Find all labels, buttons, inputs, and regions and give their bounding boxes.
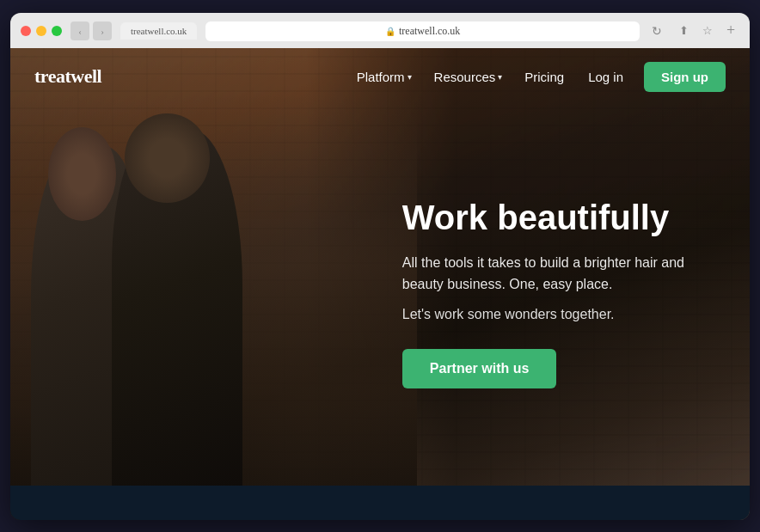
browser-tab-area: treatwell.co.uk	[120, 22, 197, 40]
new-tab-button[interactable]: +	[722, 21, 739, 39]
nav-platform-label: Platform	[357, 70, 405, 84]
share-button[interactable]: ⬆	[674, 21, 693, 40]
lock-icon: 🔒	[385, 27, 395, 36]
browser-chrome: ‹ › treatwell.co.uk 🔒 treatwell.co.uk ↻ …	[10, 13, 750, 48]
hero-subtitle: All the tools it takes to build a bright…	[402, 253, 713, 296]
resources-chevron-icon: ▾	[498, 72, 502, 82]
nav-platform[interactable]: Platform ▾	[348, 64, 420, 89]
signup-button[interactable]: Sign up	[644, 62, 726, 92]
url-text: treatwell.co.uk	[399, 25, 460, 38]
browser-actions: ⬆ ☆ +	[674, 21, 739, 40]
nav-resources[interactable]: Resources ▾	[426, 64, 512, 89]
forward-button[interactable]: ›	[93, 21, 112, 40]
nav-links: Platform ▾ Resources ▾ Pricing Log in Si…	[348, 62, 726, 92]
main-nav: treatwell Platform ▾ Resources ▾ Pricing…	[10, 48, 750, 106]
signup-label: Sign up	[661, 70, 708, 84]
partner-cta-button[interactable]: Partner with us	[402, 349, 557, 388]
tab-label: treatwell.co.uk	[131, 26, 187, 36]
address-bar[interactable]: 🔒 treatwell.co.uk	[205, 21, 640, 41]
logo[interactable]: treatwell	[34, 65, 101, 88]
refresh-button[interactable]: ↻	[648, 22, 665, 40]
browser-tab[interactable]: treatwell.co.uk	[120, 22, 197, 40]
bottom-bar	[10, 486, 750, 520]
traffic-lights	[21, 26, 62, 36]
platform-chevron-icon: ▾	[408, 72, 412, 82]
back-button[interactable]: ‹	[70, 21, 89, 40]
person-right-figure	[112, 129, 242, 520]
hero-tagline: Let's work some wonders together.	[402, 304, 713, 326]
bookmark-button[interactable]: ☆	[698, 21, 717, 40]
nav-pricing[interactable]: Pricing	[516, 64, 573, 89]
fullscreen-button[interactable]	[52, 26, 62, 36]
login-label: Log in	[588, 70, 623, 84]
hero-title: Work beautifully	[402, 198, 713, 237]
hero-people	[10, 95, 417, 519]
minimize-button[interactable]	[36, 26, 46, 36]
nav-arrows: ‹ ›	[70, 21, 112, 40]
website-content: treatwell Platform ▾ Resources ▾ Pricing…	[10, 48, 750, 520]
nav-resources-label: Resources	[434, 70, 496, 84]
browser-window: ‹ › treatwell.co.uk 🔒 treatwell.co.uk ↻ …	[10, 13, 750, 520]
hero-content: Work beautifully All the tools it takes …	[402, 198, 713, 388]
login-button[interactable]: Log in	[578, 64, 634, 89]
nav-pricing-label: Pricing	[524, 70, 564, 84]
close-button[interactable]	[21, 26, 31, 36]
